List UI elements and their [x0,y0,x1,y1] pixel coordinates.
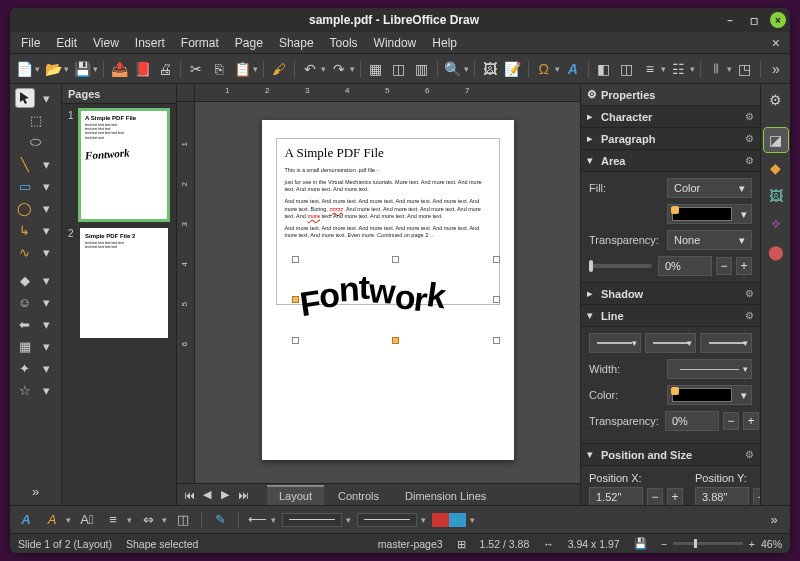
horizontal-ruler[interactable]: 1 2 3 4 5 6 7 [177,84,580,102]
arrow-drop[interactable]: ▾ [37,314,57,334]
paste-button[interactable]: 📋 [232,58,252,80]
menu-edit[interactable]: Edit [49,34,84,52]
window-maximize-button[interactable]: ◻ [746,12,762,28]
section-line[interactable]: ▾Line⚙ [581,305,760,327]
area-more-icon[interactable]: ⚙ [745,155,754,166]
transparency-value[interactable]: 0% [658,256,712,276]
line-transp-dec[interactable]: − [723,412,739,430]
page-thumb-1[interactable]: A Simple PDF File text text text text te… [80,110,168,220]
basic-shapes-tool[interactable]: ◆ [15,270,35,290]
line-transp-inc[interactable]: + [743,412,759,430]
sidebar-tab-navigator[interactable]: ✧ [764,212,788,236]
menu-page[interactable]: Page [228,34,270,52]
menu-view[interactable]: View [86,34,126,52]
last-page-button[interactable]: ⏭ [235,489,251,501]
callout-tool[interactable]: ✦ [15,358,35,378]
save-indicator-icon[interactable]: 💾 [634,537,647,550]
flowchart-drop[interactable]: ▾ [37,336,57,356]
symbol-shapes-tool[interactable]: ☺ [15,292,35,312]
tab-layout[interactable]: Layout [267,485,324,505]
fontwork-same-height-button[interactable]: Aͫ [77,510,97,530]
insert-image-button[interactable]: 🖼 [480,58,500,80]
new-button[interactable]: 📄 [14,58,34,80]
prev-page-button[interactable]: ◀ [199,488,215,501]
shadow-button[interactable]: ◧ [594,58,614,80]
sidebar-tab-properties[interactable]: ◪ [764,128,788,152]
zoom-value[interactable]: 46% [761,538,782,550]
callout-drop[interactable]: ▾ [37,358,57,378]
ellipse-tool[interactable]: ◯ [15,198,35,218]
select-tool[interactable] [15,88,35,108]
export-pdf-button[interactable]: 📕 [132,58,152,80]
section-character[interactable]: ▸Character⚙ [581,106,760,128]
arrow-shapes-tool[interactable]: ⬅ [15,314,35,334]
sidebar-tab-shapes[interactable]: ◆ [764,156,788,180]
menu-insert[interactable]: Insert [128,34,172,52]
insert-fontwork-button[interactable]: A [563,58,583,80]
line-width-select[interactable]: ▾ [667,359,752,379]
next-page-button[interactable]: ▶ [217,488,233,501]
fontwork-object[interactable]: Fontwork [296,260,496,340]
sidebar-tab-styles[interactable]: ⬤ [764,240,788,264]
toolbar-overflow-button[interactable]: » [766,58,786,80]
tab-dimension-lines[interactable]: Dimension Lines [393,485,498,505]
bottom-toolbar-overflow[interactable]: » [764,510,784,530]
paragraph-more-icon[interactable]: ⚙ [745,133,754,144]
line-color-select[interactable]: ▾ [667,385,752,405]
align-button[interactable]: ≡ [640,58,660,80]
status-master[interactable]: master-page3 [378,538,443,550]
symbol-drop[interactable]: ▾ [37,292,57,312]
line-tool[interactable]: ╲ [15,154,35,174]
menu-format[interactable]: Format [174,34,226,52]
undo-button[interactable]: ↶ [300,58,320,80]
copy-button[interactable]: ⎘ [209,58,229,80]
character-more-icon[interactable]: ⚙ [745,111,754,122]
connector-tool[interactable]: ↳ [15,220,35,240]
line-transparency-value[interactable]: 0% [665,411,719,431]
guides-button[interactable]: ▥ [412,58,432,80]
menu-help[interactable]: Help [425,34,464,52]
window-close-button[interactable]: × [770,12,786,28]
text-tool[interactable]: ⬭ [26,132,46,152]
line-color-chooser[interactable] [432,513,466,527]
transparency-dec[interactable]: − [716,257,732,275]
print-button[interactable]: 🖨 [155,58,175,80]
doc-p4[interactable]: And more text. And more text. And more t… [285,225,491,239]
doc-p1[interactable]: This is a small demonstration .pdf file … [285,167,491,174]
page-1[interactable]: A Simple PDF File This is a small demons… [262,120,514,460]
line-endpoints-button[interactable]: ⟵ [247,510,267,530]
section-position-size[interactable]: ▾Position and Size⚙ [581,444,760,466]
line-more-icon[interactable]: ⚙ [745,310,754,321]
grid-button[interactable]: ▦ [366,58,386,80]
edit-points-button[interactable]: ✎ [210,510,230,530]
doc-p3[interactable]: And more text. And more text. And more t… [285,198,491,219]
first-page-button[interactable]: ⏮ [181,489,197,501]
menu-shape[interactable]: Shape [272,34,321,52]
zoom-slider[interactable] [673,542,743,545]
sidebar-settings-icon[interactable]: ⚙ [764,88,788,112]
doc-p2[interactable]: just for use in the Virtual Mechanics tu… [285,179,491,193]
flowchart-tool[interactable]: ▦ [15,336,35,356]
select-drop[interactable]: ▾ [37,88,57,108]
basic-shapes-drop[interactable]: ▾ [37,270,57,290]
extrusion-toggle-button[interactable]: ◫ [173,510,193,530]
zoom-tool[interactable]: ⬚ [26,110,46,130]
posy-field[interactable]: 3.88" [695,487,749,505]
insert-special-button[interactable]: Ω [534,58,554,80]
zoom-in-button[interactable]: + [749,538,755,550]
arrange-button[interactable]: ☷ [669,58,689,80]
left-toolbox-overflow[interactable]: » [26,481,46,501]
arrow-start-select[interactable]: ▾ [589,333,641,353]
page-thumb-2[interactable]: Simple PDF File 2 text text text text te… [80,228,168,338]
fontwork-style-button[interactable]: A [16,510,36,530]
fontwork-spacing-button[interactable]: ⇔ [138,510,158,530]
transparency-type-select[interactable]: None▾ [667,230,752,250]
shadow-more-icon[interactable]: ⚙ [745,288,754,299]
possize-more-icon[interactable]: ⚙ [745,449,754,460]
line-width-chooser[interactable] [357,513,417,527]
transparency-inc[interactable]: + [736,257,752,275]
zoom-button[interactable]: 🔍 [443,58,463,80]
props-gear-icon[interactable]: ⚙ [587,88,597,101]
rect-tool[interactable]: ▭ [15,176,35,196]
window-minimize-button[interactable]: – [722,12,738,28]
